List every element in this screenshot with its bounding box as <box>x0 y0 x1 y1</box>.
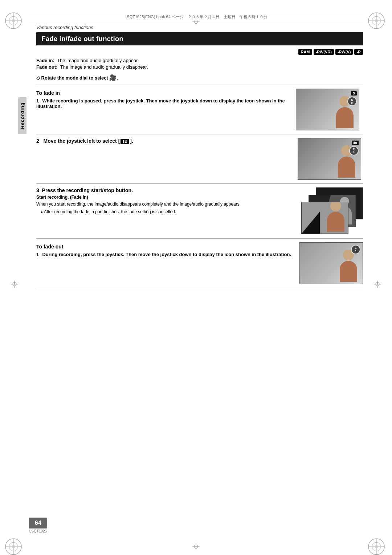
function-title: Fade in/fade out function <box>36 32 363 45</box>
fade-out-section: To fade out 1 During recording, press th… <box>36 242 363 284</box>
cam-screenshot-1: B E0 <box>296 89 359 130</box>
fade-in-heading: To fade in <box>36 90 292 96</box>
cam-overlay-fadeout: E0 <box>351 245 360 254</box>
step3-bullet: After recording the fade in part finishe… <box>41 208 292 215</box>
fade-in-steps-left: To fade in 1 While recording is paused, … <box>36 89 296 110</box>
fade-out-step1: 1 During recording, press the joystick. … <box>36 252 292 257</box>
cam-overlay-1: B E0 <box>347 91 357 106</box>
rotate-instruction: ◇ Rotate the mode dial to select 🎥. <box>36 74 363 81</box>
cam-screenshot-fadeout: E0 <box>299 242 363 284</box>
cam-circle-icon-2: E0 <box>349 146 359 155</box>
svg-point-9 <box>375 19 378 22</box>
page-container: LSQT1025(ENG).book 64 ページ ２０６年２月４日 土曜日 午… <box>0 7 392 555</box>
step3-left: 3 Press the recording start/stop button.… <box>36 187 296 216</box>
badge-ram: RAM <box>298 49 312 55</box>
cam-overlay-2: ▮B E0 <box>349 141 359 155</box>
step3-sub-text: When you start recording, the image/audi… <box>36 201 292 207</box>
svg-point-4 <box>12 19 15 22</box>
right-reg-mark <box>374 281 381 289</box>
step2-instruction: Move the joystick left to select [ <box>43 138 120 144</box>
step3-images <box>296 187 363 235</box>
fade-in-desc: Fade in: The image and audio gradually a… <box>36 58 363 63</box>
divider-5 <box>36 288 363 288</box>
cam-icon-row-2: ▮B <box>352 141 359 145</box>
svg-point-14 <box>12 545 15 548</box>
step2-text: 2 Move the joystick left to select [▮B]. <box>36 138 290 144</box>
cam-circle-icon-1: E0 <box>347 97 357 106</box>
person-fade-3 <box>327 202 344 232</box>
svg-point-19 <box>375 545 378 548</box>
cam-icon-b2: ▮B <box>352 141 359 145</box>
arrow-shape <box>302 212 320 234</box>
fade-out-label: Fade out: <box>36 64 60 70</box>
cam-fade-3 <box>301 202 348 234</box>
step2-section: 2 Move the joystick left to select [▮B].… <box>36 138 363 180</box>
step1-number: 1 <box>36 98 39 104</box>
print-info: LSQT1025(ENG).book 64 ページ ２０６年２月４日 土曜日 午… <box>29 13 363 21</box>
page-number: 64 <box>29 518 47 528</box>
recording-sidebar-label: Recording <box>18 97 26 134</box>
left-reg-mark <box>11 281 18 289</box>
section-category: Various recording functions <box>36 25 363 30</box>
divider-4 <box>36 238 363 239</box>
fade-out-step-number: 1 <box>36 252 39 257</box>
fade-out-text: To fade out 1 During recording, press th… <box>36 242 292 259</box>
cam-screenshot-2: ▮B E0 <box>298 138 361 180</box>
divider-1 <box>36 85 363 85</box>
bottom-reg-mark <box>192 543 200 551</box>
step2-close: ]. <box>130 138 133 144</box>
step3-sub-label: Start recording. (Fade in) <box>36 195 292 200</box>
step2-number: 2 <box>36 138 42 144</box>
header-area: LSQT1025(ENG).book 64 ページ ２０６年２月４日 土曜日 午… <box>29 7 363 21</box>
person-fadeout <box>340 250 357 282</box>
step1-image-area: B E0 <box>296 89 363 130</box>
badge-rwvr: -RW(VR) <box>314 49 334 55</box>
main-content: Recording Various recording functions Fa… <box>36 25 363 288</box>
fade-in-label: Fade in: <box>36 58 57 63</box>
divider-3 <box>36 183 363 184</box>
divider-2 <box>36 134 363 134</box>
page-code: LSQT1025 <box>29 529 47 533</box>
corner-tl <box>4 11 25 33</box>
page-number-area: 64 LSQT1025 <box>29 518 47 533</box>
cam-icon-box-1: B <box>351 91 357 96</box>
corner-tr <box>367 11 388 33</box>
corner-bl <box>4 537 25 555</box>
fade-out-desc: Fade out: The image and audio gradually … <box>36 64 363 70</box>
badge-row: RAM -RW(VR) -RW(V) -R <box>36 49 363 55</box>
joystick-icon: ▮B <box>121 139 129 144</box>
cam-circle-fadeout: E0 <box>351 245 360 254</box>
fade-out-heading: To fade out <box>36 244 292 250</box>
badge-rwv: -RW(V) <box>335 49 353 55</box>
fade-in-section: To fade in 1 While recording is paused, … <box>36 89 363 130</box>
step3-title: 3 Press the recording start/stop button. <box>36 187 292 193</box>
badge-r: -R <box>354 49 363 55</box>
step1-text: 1 While recording is paused, press the j… <box>36 98 292 109</box>
step2-image-area: ▮B E0 <box>298 138 363 180</box>
fade-out-image-area: E0 <box>299 242 363 284</box>
corner-br <box>367 537 388 555</box>
step3-row: 3 Press the recording start/stop button.… <box>36 187 363 235</box>
